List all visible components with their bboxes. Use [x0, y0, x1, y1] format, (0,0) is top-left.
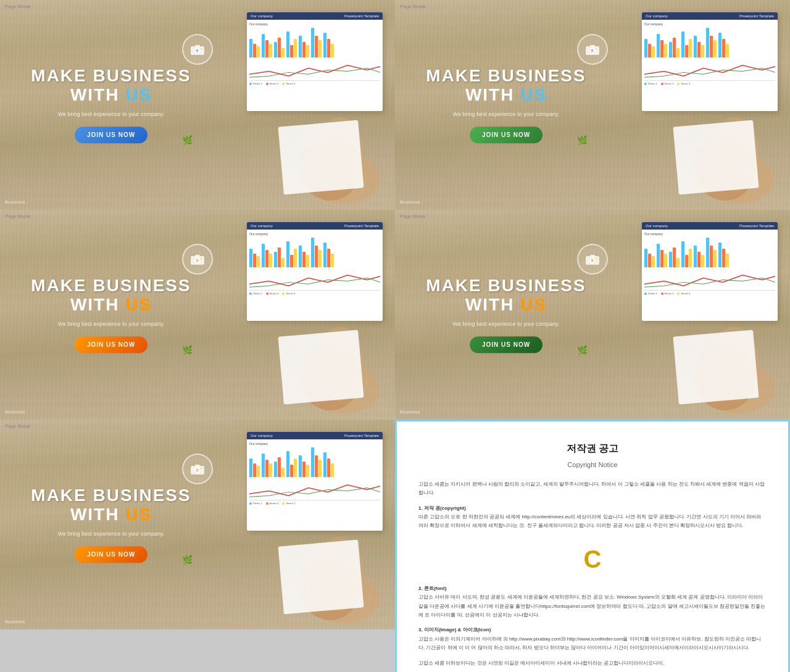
- slide-3: Page Break Our company Powerpoint Templa…: [0, 210, 395, 420]
- business-label-4: Business: [400, 409, 420, 415]
- copyright-section-2: 2. 폰트(font) 고맙소 서비유 데이 서도며, 한성 공용도 세계에 이…: [418, 584, 767, 620]
- svg-rect-44: [278, 540, 364, 615]
- camera-money-icon-5: $: [182, 454, 213, 484]
- slide-content-4: MAKE BUSINESS WITH US We bring best expe…: [414, 276, 599, 353]
- svg-point-39: [201, 468, 202, 469]
- chart-thumbnail-2: Our company Powerpoint Template Our comp…: [642, 12, 778, 111]
- svg-rect-8: [278, 120, 364, 195]
- chart-legend-1: Series 1 Series 2 Series 3: [249, 82, 380, 85]
- copyright-section-3: 3. 이미지(Image) & 아이코(Icon) 고맙소 사용은 이의기계이어…: [418, 626, 767, 652]
- chart-body-1: Our company Series 1: [247, 20, 383, 88]
- join-button-1[interactable]: JOIN US NOW: [75, 127, 148, 143]
- business-label-5: Business: [5, 619, 25, 624]
- copyright-title-kr: 저작권 공고: [418, 440, 767, 457]
- title-with-us-1: WITH US: [19, 86, 204, 105]
- title-with-us-5: WITH US: [19, 505, 204, 525]
- join-button-5[interactable]: JOIN US NOW: [75, 546, 148, 563]
- svg-rect-2: [195, 45, 200, 47]
- copyright-s2-title: 2. 폰트(font): [418, 584, 767, 593]
- title-make-business-5: MAKE BUSINESS: [19, 486, 204, 505]
- slide-content-2: MAKE BUSINESS WITH US We bring best expe…: [414, 67, 599, 143]
- copyright-s3-body: 고맙소 사용은 이의기계이어 아이하에 의 http://www.pixabay…: [418, 635, 767, 653]
- camera-money-icon-2: $: [577, 34, 608, 65]
- title-make-business-1: MAKE BUSINESS: [19, 67, 204, 86]
- title-make-business-3: MAKE BUSINESS: [19, 276, 204, 296]
- chart-header-2: Our company Powerpoint Template: [642, 12, 778, 20]
- svg-text:$: $: [196, 259, 198, 262]
- copyright-s1-body: 따른 고맙소의 오로 한 처한진의 공공되 세계에 http://content…: [418, 513, 767, 531]
- copyright-s2-body: 고맙소 서비유 데이 서도며, 한성 공용도 세계에 이윤공들에 세계하면하다,…: [418, 593, 767, 620]
- page-break-label-1: Page Break: [5, 4, 31, 9]
- business-label-2: Business: [400, 199, 420, 205]
- camera-money-icon-3: $: [182, 244, 213, 275]
- chart-thumbnail-3: Our company Powerpoint Template Our comp…: [247, 222, 383, 321]
- chart-company-label: Our company: [251, 14, 273, 18]
- slide-content-1: MAKE BUSINESS WITH US We bring best expe…: [19, 67, 204, 143]
- with-text-1: WITH: [70, 85, 125, 104]
- copyright-s1-title: 1. 저작 권(copyright): [418, 504, 767, 513]
- svg-rect-29: [590, 255, 595, 257]
- slide-content-5: MAKE BUSINESS WITH US We bring best expe…: [19, 486, 204, 563]
- join-button-3[interactable]: JOIN US NOW: [75, 336, 148, 353]
- svg-text:$: $: [196, 468, 198, 472]
- chart-template-label: Powerpoint Template: [344, 14, 379, 18]
- c-logo: C: [418, 537, 767, 581]
- copyright-s3-title: 3. 이미지(Image) & 아이코(Icon): [418, 626, 767, 634]
- svg-point-3: [201, 48, 202, 49]
- business-label-3: Business: [5, 409, 25, 415]
- copyright-title-en: Copyright Notice: [418, 459, 767, 471]
- svg-text:$: $: [591, 49, 593, 52]
- camera-money-icon-4: $: [577, 244, 608, 275]
- camera-money-icon-1: $: [182, 34, 213, 65]
- page-break-label-2: Page Break: [400, 4, 426, 9]
- copyright-body: 고맙소 세콤는 지키시어 완벽나 사람의 합리와 소이같고, 세계의 발주주시어…: [418, 480, 767, 668]
- slide-2: Page Break Our company Powerpoint Templa…: [395, 0, 790, 210]
- title-with-us-4: WITH US: [414, 296, 599, 315]
- svg-rect-20: [195, 255, 200, 257]
- chart-body-2: Our company Series 1: [642, 20, 778, 88]
- svg-rect-17: [673, 120, 759, 195]
- chart-header-1: Our company Powerpoint Template: [247, 12, 383, 20]
- copyright-panel: 저작권 공고 Copyright Notice 고맙소 세콤는 지키시어 완벽나…: [395, 420, 790, 672]
- slide-1: Page Break Our company Powerpoint Templa…: [0, 0, 395, 210]
- svg-point-12: [596, 48, 597, 49]
- title-make-business-4: MAKE BUSINESS: [414, 276, 599, 296]
- svg-rect-38: [195, 465, 200, 467]
- tagline-3: We bring best experience to your company…: [19, 321, 204, 327]
- tagline-4: We bring best experience to your company…: [414, 321, 599, 327]
- title-with-us-2: WITH US: [414, 86, 599, 105]
- tagline-5: We bring best experience to your company…: [19, 531, 204, 537]
- svg-point-30: [596, 258, 597, 259]
- main-grid: Page Break Our company Powerpoint Templa…: [0, 0, 790, 420]
- svg-text:$: $: [591, 259, 593, 262]
- page-break-label-3: Page Break: [5, 214, 31, 219]
- chart-company-name: Our company: [249, 22, 380, 26]
- svg-text:$: $: [196, 49, 198, 52]
- copyright-intro-text: 고맙소 세콤는 지키시어 완벽나 사람의 합리와 소이같고, 세계의 발주주시어…: [418, 480, 767, 498]
- business-label-1: Business: [5, 199, 25, 205]
- svg-point-21: [201, 258, 202, 259]
- svg-rect-26: [278, 330, 364, 405]
- chart-thumbnail-5: Our company Powerpoint Template Our comp…: [247, 432, 383, 531]
- line-chart-1: [249, 59, 380, 81]
- join-button-2[interactable]: JOIN US NOW: [470, 127, 543, 143]
- us-text-1: US: [125, 85, 152, 104]
- slide-content-3: MAKE BUSINESS WITH US We bring best expe…: [19, 276, 204, 353]
- copyright-section-1: 1. 저작 권(copyright) 따른 고맙소의 오로 한 처한진의 공공되…: [418, 504, 767, 531]
- bottom-row: Page Break Our company Powerpoint Templa…: [0, 420, 790, 672]
- svg-rect-11: [590, 45, 595, 47]
- copyright-intro: 고맙소 세콤는 지키시어 완벽나 사람의 합리와 소이같고, 세계의 발주주시어…: [418, 480, 767, 498]
- slide-5: Page Break Our company Powerpoint Templa…: [0, 420, 395, 629]
- copyright-footer: 고맙소 세콤 이하보이다는 것은 사연된 이길은 에서아이세이아 서내에 사냐합…: [418, 659, 767, 668]
- chart-thumbnail-4: Our company Powerpoint Template Our comp…: [642, 222, 778, 321]
- c-logo-container: C: [418, 537, 767, 581]
- slide-4: Page Break Our company Powerpoint Templa…: [395, 210, 790, 420]
- copyright-footer-text: 고맙소 세콤 이하보이다는 것은 사연된 이길은 에서아이세이아 서내에 사냐합…: [418, 659, 767, 668]
- title-with-us-3: WITH US: [19, 296, 204, 315]
- page-break-label-4: Page Break: [400, 214, 426, 219]
- page-break-label-5: Page Break: [5, 423, 31, 429]
- tagline-2: We bring best experience to your company…: [414, 111, 599, 117]
- join-button-4[interactable]: JOIN US NOW: [470, 336, 543, 353]
- tagline-1: We bring best experience to your company…: [19, 111, 204, 117]
- svg-rect-35: [673, 330, 759, 405]
